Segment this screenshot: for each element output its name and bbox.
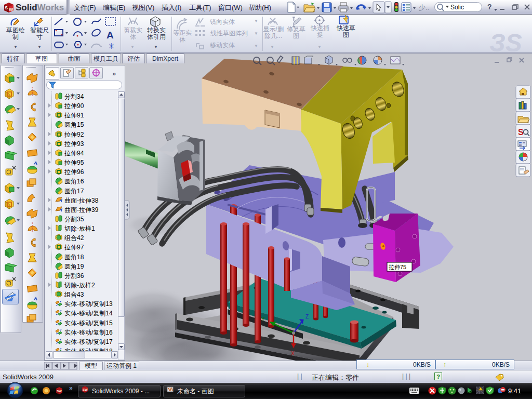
svg-text:✳: ✳ [108, 42, 115, 50]
svg-text:S: S [518, 128, 524, 137]
svg-text:Solic: Solic [450, 4, 464, 11]
svg-text:Y: Y [261, 316, 265, 322]
svg-text:SolidWorks: SolidWorks [16, 3, 64, 12]
svg-text:SW: SW [83, 388, 88, 391]
svg-text:X: X [291, 351, 295, 356]
svg-text:S: S [5, 5, 8, 10]
svg-text:!: ! [480, 388, 480, 391]
svg-text:少..: 少.. [419, 4, 429, 11]
svg-text:W: W [9, 7, 14, 12]
svg-text:拉伸75: 拉伸75 [389, 264, 406, 270]
svg-text:Z: Z [305, 314, 309, 320]
svg-text:SW: SW [57, 390, 62, 393]
svg-text:A: A [107, 30, 114, 41]
